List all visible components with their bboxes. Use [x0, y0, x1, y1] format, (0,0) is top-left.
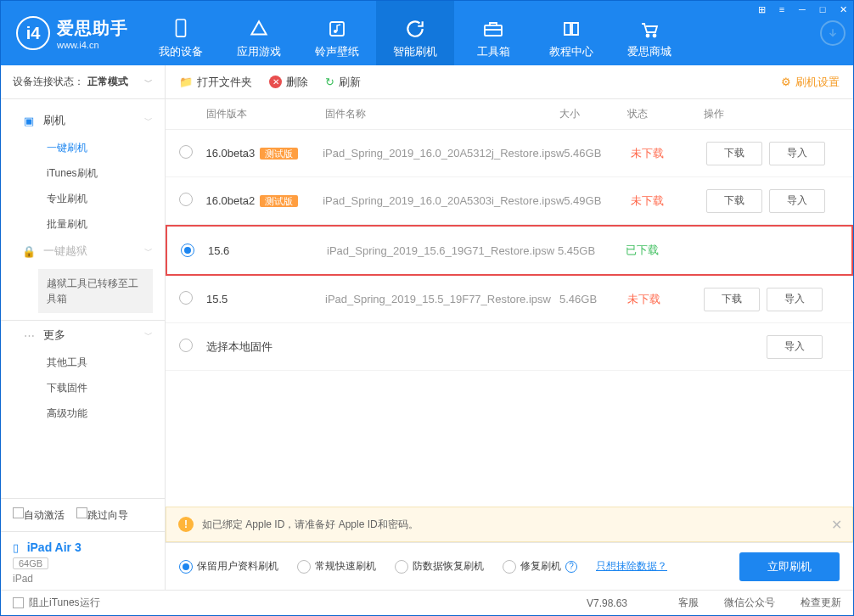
info-icon[interactable]: ? — [565, 561, 577, 573]
option-keep-data[interactable]: 保留用户资料刷机 — [179, 559, 278, 574]
option-repair[interactable]: 修复刷机? — [503, 559, 577, 574]
fw-version: 15.5 — [206, 293, 325, 305]
fw-version: 16.0beta2测试版 — [205, 194, 323, 208]
import-button[interactable]: 导入 — [769, 189, 825, 213]
close-icon[interactable]: ✕ — [833, 1, 853, 18]
notice-text: 如已绑定 Apple ID，请准备好 Apple ID和密码。 — [202, 518, 419, 532]
device-storage: 64GB — [13, 557, 48, 569]
logo: i4 爱思助手 www.i4.cn — [1, 1, 142, 65]
sidebar-sub-flash-2[interactable]: 专业刷机 — [1, 186, 165, 211]
sidebar-sub-flash-3[interactable]: 批量刷机 — [1, 211, 165, 237]
nav-tab-5[interactable]: 教程中心 — [532, 1, 610, 65]
firmware-row-3[interactable]: 15.5iPad_Spring_2019_15.5_19F77_Restore.… — [166, 276, 853, 323]
sidebar-sub-flash-1[interactable]: iTunes刷机 — [1, 160, 165, 186]
wechat-link[interactable]: 微信公众号 — [724, 596, 775, 610]
fw-name: iPad_Spring_2019_16.0_20A5312j_Restore.i… — [323, 147, 564, 160]
firmware-row-1[interactable]: 16.0beta2测试版iPad_Spring_2019_16.0_20A530… — [166, 177, 853, 225]
download-button[interactable]: 下载 — [704, 288, 760, 311]
block-itunes-checkbox[interactable]: 阻止iTunes运行 — [13, 596, 100, 610]
flash-now-button[interactable]: 立即刷机 — [739, 552, 840, 581]
sidebar-item-jailbreak[interactable]: 🔒 一键越狱 ﹀ — [1, 237, 165, 266]
flash-icon: ▣ — [21, 115, 37, 127]
fw-version: 15.6 — [208, 244, 327, 257]
footer: 阻止iTunes运行 V7.98.63 客服 微信公众号 检查更新 — [1, 590, 853, 615]
delete-icon: ✕ — [269, 76, 282, 88]
option-normal[interactable]: 常规快速刷机 — [297, 559, 376, 574]
import-button[interactable]: 导入 — [769, 142, 825, 165]
flash-settings-button[interactable]: ⚙ 刷机设置 — [781, 75, 840, 90]
fw-ops: 下载导入 — [704, 288, 840, 311]
delete-button[interactable]: ✕ 删除 — [269, 75, 308, 90]
refresh-button[interactable]: ↻ 刷新 — [325, 75, 361, 90]
fw-status: 已下载 — [626, 243, 702, 258]
fw-name: iPad_Spring_2019_15.5_19F77_Restore.ipsw — [325, 293, 559, 305]
more-icon: ⋯ — [21, 329, 37, 342]
content: 📁 打开文件夹 ✕ 删除 ↻ 刷新 ⚙ 刷机设置 固件版本 固件名称 大小 状态… — [166, 65, 853, 590]
nav-tab-2[interactable]: 铃声壁纸 — [298, 1, 376, 65]
sidebar-item-more[interactable]: ⋯ 更多 ﹀ — [1, 321, 165, 350]
menu-icon[interactable]: ≡ — [772, 1, 792, 18]
status-label: 设备连接状态： — [13, 75, 84, 89]
refresh-icon — [404, 17, 426, 41]
fw-name: iPad_Spring_2019_16.0_20A5303i_Restore.i… — [323, 194, 564, 207]
nav-tab-0[interactable]: 我的设备 — [142, 1, 220, 65]
radio[interactable] — [179, 193, 193, 206]
auto-activate-checkbox[interactable]: 自动激活 — [13, 507, 65, 523]
lock-icon: 🔒 — [21, 245, 37, 258]
col-name: 固件名称 — [325, 107, 559, 121]
download-button[interactable]: 下载 — [706, 189, 762, 213]
radio[interactable] — [179, 339, 193, 352]
chevron-down-icon: ﹀ — [144, 245, 153, 257]
close-icon[interactable]: ✕ — [831, 517, 842, 533]
phone-icon — [171, 17, 190, 41]
firmware-row-0[interactable]: 16.0beta3测试版iPad_Spring_2019_16.0_20A531… — [166, 130, 853, 177]
fw-version: 16.0beta3测试版 — [205, 147, 323, 160]
book-icon — [561, 17, 582, 41]
nav-tab-3[interactable]: 智能刷机 — [376, 1, 454, 65]
skip-guide-checkbox[interactable]: 跳过向导 — [76, 507, 128, 523]
fw-status: 未下载 — [631, 146, 706, 161]
nav-tab-6[interactable]: 爱思商城 — [610, 1, 688, 65]
firmware-list: 16.0beta3测试版iPad_Spring_2019_16.0_20A531… — [166, 130, 853, 507]
sidebar-sub-flash-0[interactable]: 一键刷机 — [1, 135, 165, 160]
radio[interactable] — [181, 244, 194, 257]
app-title: 爱思助手 — [57, 17, 128, 40]
firmware-row-4[interactable]: 选择本地固件导入 — [166, 323, 853, 371]
fw-status: 未下载 — [627, 292, 704, 307]
firmware-row-2[interactable]: 15.6iPad_Spring_2019_15.6_19G71_Restore.… — [166, 225, 853, 276]
nav-tab-1[interactable]: 应用游戏 — [220, 1, 298, 65]
download-button[interactable]: 下载 — [706, 142, 762, 165]
maximize-icon[interactable]: □ — [812, 1, 833, 18]
svg-rect-4 — [485, 25, 502, 36]
grid-icon[interactable]: ⊞ — [751, 1, 772, 18]
app-header: ⊞ ≡ ─ □ ✕ i4 爱思助手 www.i4.cn 我的设备应用游戏铃声壁纸… — [1, 1, 853, 65]
option-anti-recovery[interactable]: 防数据恢复刷机 — [395, 559, 484, 574]
fw-version: 选择本地固件 — [206, 339, 325, 355]
sidebar-item-flash[interactable]: ▣ 刷机 ﹀ — [1, 106, 165, 135]
svg-point-5 — [647, 35, 649, 37]
status-value: 正常模式 — [87, 75, 128, 89]
music-icon — [327, 17, 347, 41]
connection-status[interactable]: 设备连接状态： 正常模式 ﹀ — [1, 65, 165, 99]
erase-only-link[interactable]: 只想抹除数据？ — [596, 559, 667, 574]
beta-badge: 测试版 — [260, 148, 298, 160]
import-button[interactable]: 导入 — [767, 335, 823, 359]
window-controls: ⊞ ≡ ─ □ ✕ — [751, 1, 853, 18]
warning-icon: ! — [178, 517, 194, 532]
minimize-icon[interactable]: ─ — [792, 1, 812, 18]
radio[interactable] — [179, 145, 193, 159]
open-folder-button[interactable]: 📁 打开文件夹 — [179, 75, 252, 90]
check-update-link[interactable]: 检查更新 — [801, 596, 841, 610]
radio[interactable] — [179, 291, 193, 305]
sidebar-sub-more-0[interactable]: 其他工具 — [1, 350, 165, 375]
col-size: 大小 — [559, 107, 627, 121]
chevron-down-icon: ﹀ — [144, 329, 153, 341]
nav-tab-4[interactable]: 工具箱 — [454, 1, 532, 65]
sidebar-sub-more-1[interactable]: 下载固件 — [1, 375, 165, 400]
import-button[interactable]: 导入 — [767, 288, 823, 311]
sidebar-sub-more-2[interactable]: 高级功能 — [1, 400, 165, 426]
device-info[interactable]: ▯ iPad Air 3 64GB iPad — [1, 531, 165, 590]
app-subtitle: www.i4.cn — [57, 40, 128, 50]
customer-service-link[interactable]: 客服 — [678, 596, 699, 610]
sidebar: 设备连接状态： 正常模式 ﹀ ▣ 刷机 ﹀ 一键刷机iTunes刷机专业刷机批量… — [1, 65, 166, 590]
